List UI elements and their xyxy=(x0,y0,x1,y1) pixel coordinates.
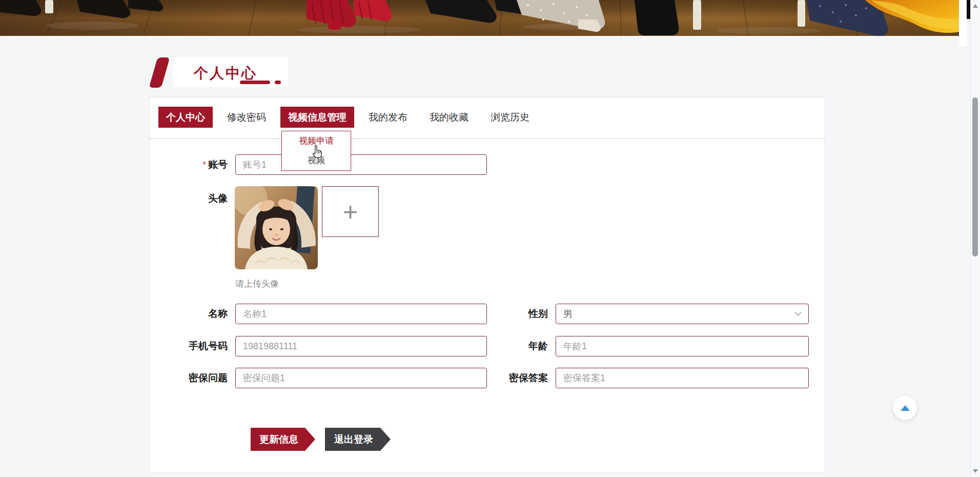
avatar-upload-hint: 请上传头像 xyxy=(235,278,279,290)
name-label: 名称 xyxy=(146,304,228,324)
avatar-upload-button[interactable]: + xyxy=(322,186,379,237)
avatar-label: 头像 xyxy=(146,188,228,209)
plus-icon: + xyxy=(343,199,358,225)
dropdown-item-video-application[interactable]: 视频申请 xyxy=(282,131,351,151)
scrollbar-up-arrow-icon[interactable] xyxy=(973,4,978,8)
logout-button[interactable]: 退出登录 xyxy=(325,428,391,451)
name-input[interactable] xyxy=(235,304,487,324)
avatar-image[interactable] xyxy=(235,186,318,269)
arrow-up-icon xyxy=(901,405,910,411)
security-question-input[interactable] xyxy=(235,368,487,388)
phone-label: 手机号码 xyxy=(146,336,228,356)
banner-photo-graphic xyxy=(0,0,959,36)
tab-bar: 个人中心 修改密码 视频信息管理 我的发布 我的收藏 浏览历史 xyxy=(149,97,825,139)
tab-my-favorites[interactable]: 我的收藏 xyxy=(422,107,476,128)
tab-my-posts[interactable]: 我的发布 xyxy=(361,107,415,128)
tab-change-password[interactable]: 修改密码 xyxy=(219,107,274,128)
dropdown-item-video[interactable]: 视频 xyxy=(282,151,351,170)
tab-video-info-management[interactable]: 视频信息管理 xyxy=(280,107,354,128)
title-underline xyxy=(240,81,270,84)
age-input[interactable] xyxy=(556,336,809,356)
age-label: 年龄 xyxy=(466,336,548,356)
scrollbar-down-arrow-icon[interactable] xyxy=(973,469,978,473)
security-question-label: 密保问题 xyxy=(146,368,228,388)
security-answer-input[interactable] xyxy=(556,368,809,388)
tab-browse-history[interactable]: 浏览历史 xyxy=(483,107,537,128)
scrollbar-thumb[interactable] xyxy=(972,97,978,256)
title-underline-dot xyxy=(275,81,281,84)
banner-right-gap xyxy=(959,0,967,46)
account-input[interactable] xyxy=(235,154,487,175)
personal-center-page: 个人中心 个人中心 修改密码 视频信息管理 我的发布 我的收藏 浏览历史 视频申… xyxy=(0,0,980,477)
tab-personal-center[interactable]: 个人中心 xyxy=(158,107,213,128)
chevron-down-icon xyxy=(794,311,802,316)
gender-select[interactable]: 男 xyxy=(556,304,809,324)
gender-label: 性别 xyxy=(466,304,548,324)
personal-center-card: 个人中心 修改密码 视频信息管理 我的发布 我的收藏 浏览历史 视频申请 视频 … xyxy=(149,97,825,473)
scroll-to-top-button[interactable] xyxy=(893,396,917,420)
required-asterisk: * xyxy=(202,160,206,170)
phone-input[interactable] xyxy=(235,336,487,356)
video-management-dropdown: 视频申请 视频 xyxy=(281,131,351,171)
account-label: *账号 xyxy=(146,154,228,175)
gender-value: 男 xyxy=(563,309,573,319)
avatar-photo-graphic xyxy=(235,186,318,269)
vertical-scrollbar[interactable] xyxy=(970,0,980,477)
update-info-button[interactable]: 更新信息 xyxy=(251,428,315,451)
security-answer-label: 密保答案 xyxy=(466,368,548,388)
banner-image xyxy=(0,0,959,36)
title-accent-bar xyxy=(149,57,170,88)
